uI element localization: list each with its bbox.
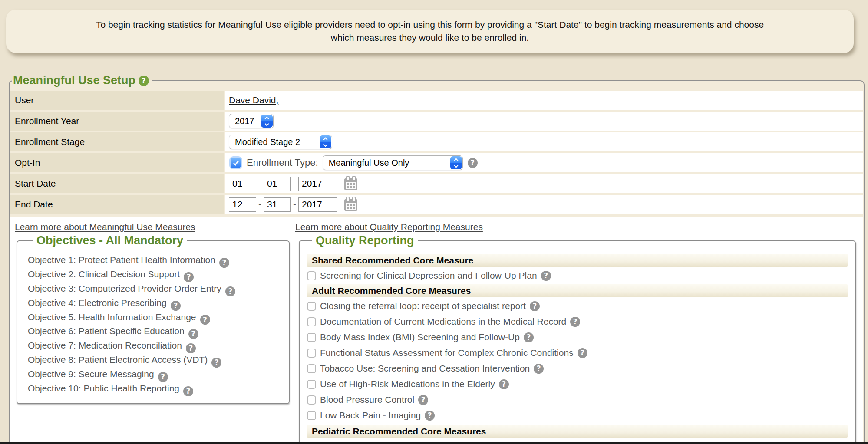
objective-item: Objective 4: Electronic Prescribing? — [28, 296, 289, 311]
help-icon[interactable]: ? — [188, 329, 198, 339]
measure-checkbox[interactable] — [307, 333, 316, 342]
measure-item: Functional Status Assessment for Complex… — [307, 345, 848, 361]
measure-text: Screening for Clinical Depression and Fo… — [320, 270, 537, 281]
measure-text: Closing the referral loop: receipt of sp… — [320, 301, 526, 311]
date-separator: - — [293, 199, 296, 210]
measure-text: Documentation of Current Medications in … — [320, 316, 566, 327]
objective-item: Objective 10: Public Health Reporting? — [28, 382, 289, 396]
enrollment-type-selected: Meaningful Use Only — [323, 156, 450, 170]
help-icon[interactable]: ? — [171, 301, 181, 311]
start-date-month-input[interactable] — [229, 177, 256, 191]
quality-legend: Quality Reporting — [312, 234, 418, 247]
help-icon[interactable]: ? — [158, 372, 168, 382]
help-icon[interactable]: ? — [524, 332, 534, 342]
objective-item: Objective 9: Secure Messaging? — [28, 368, 289, 382]
objective-item: Objective 8: Patient Electronic Access (… — [28, 353, 289, 368]
start-date-year-input[interactable] — [298, 177, 337, 191]
objectives-legend: Objectives - All Mandatory — [33, 234, 187, 247]
calendar-icon[interactable] — [344, 199, 357, 211]
objective-item: Objective 5: Health Information Exchange… — [28, 311, 289, 325]
measure-item: Low Back Pain - Imaging ? — [307, 408, 848, 423]
enrollment-type-help-icon[interactable]: ? — [468, 158, 478, 168]
enrollment-stage-select[interactable]: Modified Stage 2 — [229, 135, 332, 149]
objective-item: Objective 7: Medication Reconciliation? — [28, 339, 289, 353]
measure-text: Blood Pressure Control — [320, 395, 414, 405]
start-date-day-input[interactable] — [264, 177, 291, 191]
measures-area: Learn more about Meaningful Use Measures… — [10, 217, 863, 444]
measure-checkbox[interactable] — [307, 302, 316, 311]
measure-checkbox[interactable] — [307, 395, 316, 405]
opt-in-label: Opt-In — [10, 153, 224, 172]
measure-checkbox[interactable] — [307, 364, 316, 373]
help-icon[interactable]: ? — [225, 286, 235, 296]
help-icon[interactable]: ? — [183, 386, 193, 396]
measure-checkbox[interactable] — [307, 271, 316, 280]
setup-help-icon[interactable]: ? — [139, 76, 149, 86]
measure-text: Body Mass Index (BMI) Screening and Foll… — [320, 332, 520, 342]
end-date-label: End Date — [10, 195, 224, 214]
objective-item: Objective 6: Patient Specific Education? — [28, 325, 289, 339]
measure-item: Use of High-Risk Medications in the Elde… — [307, 376, 848, 392]
objective-text: Objective 1: Protect Patient Health Info… — [28, 255, 215, 265]
help-icon[interactable]: ? — [219, 258, 229, 268]
objectives-list: Objective 1: Protect Patient Health Info… — [28, 253, 289, 396]
objective-text: Objective 3: Computerized Provider Order… — [28, 283, 221, 293]
select-stepper-icon — [450, 156, 462, 169]
help-icon[interactable]: ? — [499, 379, 509, 389]
date-separator: - — [293, 178, 296, 189]
meaningful-use-setup-fieldset: Meaningful Use Setup ? User Dave David, … — [9, 74, 865, 444]
help-icon[interactable]: ? — [534, 364, 544, 374]
section-header-pediatric: Pediatric Recommended Core Measures — [307, 425, 848, 438]
help-icon[interactable]: ? — [211, 358, 221, 368]
user-row-value: Dave David, — [225, 91, 863, 110]
opt-in-value: Enrollment Type: Meaningful Use Only ? — [225, 153, 863, 172]
measure-checkbox[interactable] — [307, 411, 316, 420]
date-separator: - — [258, 199, 261, 210]
objective-text: Objective 5: Health Information Exchange — [28, 312, 196, 322]
enrollment-stage-label: Enrollment Stage — [10, 132, 224, 151]
end-date-month-input[interactable] — [229, 197, 256, 212]
help-icon[interactable]: ? — [425, 411, 435, 421]
enrollment-type-label: Enrollment Type: — [247, 157, 318, 168]
objective-item: Objective 1: Protect Patient Health Info… — [28, 253, 289, 268]
enrollment-year-select[interactable]: 2017 — [229, 114, 274, 128]
info-banner: To begin tracking statistics for Meaning… — [6, 10, 854, 53]
help-icon[interactable]: ? — [418, 395, 428, 405]
window-bottom-edge — [0, 442, 868, 444]
user-link[interactable]: Dave David, — [229, 95, 278, 105]
objective-text: Objective 9: Secure Messaging — [28, 369, 154, 379]
enrollment-type-select[interactable]: Meaningful Use Only — [323, 155, 463, 170]
help-icon[interactable]: ? — [184, 272, 194, 282]
help-icon[interactable]: ? — [541, 271, 551, 281]
end-date-year-input[interactable] — [298, 197, 337, 212]
measure-item: Closing the referral loop: receipt of sp… — [307, 298, 848, 314]
calendar-icon[interactable] — [344, 178, 357, 190]
objective-item: Objective 3: Computerized Provider Order… — [28, 282, 289, 296]
info-banner-line2: which measures they would like to be enr… — [331, 31, 529, 44]
opt-in-checkbox[interactable] — [231, 158, 241, 168]
enrollment-year-selected: 2017 — [229, 114, 261, 128]
measure-text: Low Back Pain - Imaging — [320, 410, 421, 421]
end-date-day-input[interactable] — [264, 197, 291, 212]
help-icon[interactable]: ? — [530, 301, 540, 311]
setup-legend: Meaningful Use Setup ? — [12, 74, 152, 87]
select-stepper-icon — [320, 135, 331, 148]
measure-checkbox[interactable] — [307, 380, 316, 389]
objective-text: Objective 4: Electronic Prescribing — [28, 298, 167, 308]
help-icon[interactable]: ? — [570, 317, 580, 327]
measure-item: Body Mass Index (BMI) Screening and Foll… — [307, 329, 848, 345]
learn-more-links: Learn more about Meaningful Use Measures… — [10, 222, 863, 234]
learn-more-mu-link[interactable]: Learn more about Meaningful Use Measures — [15, 222, 195, 232]
help-icon[interactable]: ? — [186, 343, 196, 353]
quality-reporting-fieldset: Quality Reporting Shared Recommended Cor… — [299, 234, 856, 444]
help-icon[interactable]: ? — [578, 348, 587, 358]
measure-text: Functional Status Assessment for Complex… — [320, 348, 574, 358]
help-icon[interactable]: ? — [200, 315, 210, 325]
measure-checkbox[interactable] — [307, 349, 316, 358]
objective-text: Objective 7: Medication Reconciliation — [28, 340, 182, 350]
end-date-value: - - — [225, 195, 863, 214]
section-header-adult: Adult Recommended Core Measures — [307, 284, 848, 297]
measure-checkbox[interactable] — [307, 317, 316, 326]
info-banner-line1: To begin tracking statistics for Meaning… — [96, 18, 764, 31]
learn-more-qr-link[interactable]: Learn more about Quality Reporting Measu… — [295, 222, 483, 232]
